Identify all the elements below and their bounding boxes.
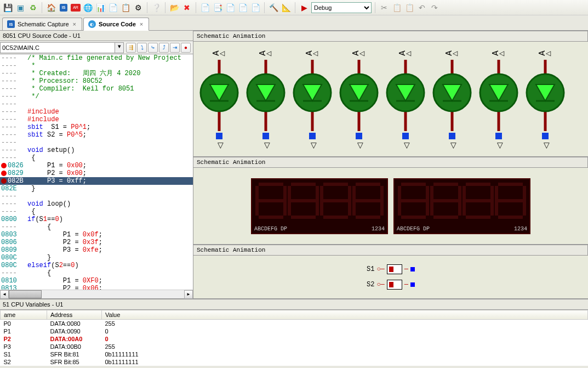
code-line[interactable]: ---- */ [0,93,193,100]
led-icon [198,60,241,131]
switch-s2[interactable]: S2 ○—— [367,280,415,290]
code-line[interactable]: 082B P3 = 0xff; [0,177,193,185]
var-row[interactable]: P2DATA:00A00 [1,335,588,343]
ares-icon[interactable]: AR [71,4,81,12]
code-line[interactable]: 080C } [0,254,193,262]
led-icon [291,60,334,131]
isis-tab-icon: IS [7,20,15,28]
led-probe [542,133,549,139]
scroll-right-icon[interactable]: ► [184,290,193,299]
var-row[interactable]: P1DATA:00900 [1,327,588,335]
anim-title-1: Schematic Animation [193,31,588,42]
code-line[interactable]: ---- void setup() [0,146,193,154]
code-line[interactable]: 080C else if(S2==0) [0,262,193,269]
save-icon[interactable]: 💾 [2,2,13,13]
isis-icon[interactable]: IS [58,2,69,13]
file5-icon[interactable]: 📄 [250,2,261,13]
breakpoint-icon[interactable]: ● [181,43,191,53]
config-dropdown[interactable]: Debug [311,2,372,13]
step-out-icon[interactable]: ⤴ [159,43,169,53]
code-line[interactable]: ---- { [0,269,193,277]
code-line[interactable]: ---- /* Main.c file generated by New Pro… [0,54,193,62]
step-into-icon[interactable]: ⤷ [148,43,158,53]
undo-icon[interactable]: ↶ [416,2,427,13]
code-line[interactable]: ---- { [0,154,193,162]
file-dropdown-icon[interactable]: ▾ [115,42,124,53]
file-path-input[interactable] [0,42,115,53]
code-line[interactable]: ---- * Compiler: Keil for 8051 [0,85,193,93]
code-line[interactable]: ---- #include [0,116,193,123]
led-icon [524,60,567,131]
cut-icon[interactable]: ✂ [379,2,390,13]
code-line[interactable]: 0813 P2 = 0x06; [0,285,193,290]
open-icon[interactable]: 📂 [169,2,180,13]
code-line[interactable]: ---- void loop() [0,200,193,208]
code-line[interactable]: 0829 P2 = 0x00; [0,169,193,177]
tab-source[interactable]: ◐ Source Code × [83,18,149,31]
code-line[interactable]: ---- { [0,208,193,216]
main-toolbar: 💾 ▣ ♻ 🏠 IS AR 🌐 📊 📄 📋 ⚙ ❔ 📂 ✖ 📄 📑 📄 📄 📄 … [0,0,588,15]
col-address[interactable]: Address [47,310,102,320]
tab-schematic[interactable]: IS Schematic Capture × [2,18,82,30]
chart-icon[interactable]: 📊 [95,2,106,13]
gear-icon[interactable]: ⚙ [133,2,144,13]
code-line[interactable]: ---- #include [0,108,193,116]
doc-icon[interactable]: 📄 [107,2,118,13]
build-icon[interactable]: 🔨 [268,2,279,13]
paste-icon[interactable]: 📋 [404,2,415,13]
help-icon[interactable]: ❔ [151,2,162,13]
step-over-icon[interactable]: ⤵ [137,43,147,53]
wizard-icon[interactable]: 🌐 [82,2,93,13]
code-line[interactable]: 0809 P3 = 0xfe; [0,246,193,254]
code-line[interactable]: ---- * Processor: 80C52 [0,77,193,85]
code-line[interactable]: 0806 P2 = 0x3f; [0,239,193,246]
file4-icon[interactable]: 📄 [237,2,248,13]
code-line[interactable]: ---- { [0,223,193,231]
code-line[interactable]: ---- [0,100,193,108]
switch-s1[interactable]: S1 ○—— [367,264,415,274]
copy-file-icon[interactable]: 📑 [212,2,223,13]
anim-title-2: Schematic Animation [193,157,588,168]
source-panel-title: 8051 CPU Source Code - U1 [0,31,193,41]
config-icon[interactable]: 📐 [281,2,292,13]
code-line[interactable]: ---- sbit S2 = P0^5; [0,131,193,139]
led-probe [216,133,222,139]
refresh-icon[interactable]: ♻ [27,2,38,13]
var-row[interactable]: S2SFR Bit:850b11111111 [1,358,588,366]
led-icon [477,60,520,131]
copy-icon[interactable]: 📋 [391,2,402,13]
save-all-icon[interactable]: ▣ [15,2,26,13]
redo-icon[interactable]: ↷ [429,2,440,13]
new-file-icon[interactable]: 📄 [199,2,210,13]
scroll-left-icon[interactable]: ◄ [0,290,9,299]
code-line[interactable]: 0826 P1 = 0x00; [0,162,193,169]
col-value[interactable]: Value [102,310,588,320]
code-line[interactable]: 082E } [0,185,193,193]
var-row[interactable]: P0DATA:0080255 [1,320,588,328]
report-icon[interactable]: 📋 [120,2,131,13]
run-to-icon[interactable]: ⇥ [170,43,180,53]
code-line[interactable]: 0810 P1 = 0XF0; [0,277,193,285]
scroll-thumb[interactable] [9,290,42,298]
h-scrollbar[interactable]: ◄ ► [0,290,193,298]
code-line[interactable]: ---- [0,139,193,146]
close-tab-icon[interactable]: × [139,21,144,27]
debug-icon[interactable]: ▶ [299,2,310,13]
code-line[interactable]: ---- sbit S1 = P0^1; [0,123,193,131]
col-name[interactable]: ame [1,310,47,320]
code-line[interactable]: ---- [0,193,193,200]
code-line[interactable]: ---- * Created: 周四 六月 4 2020 [0,70,193,77]
delete-icon[interactable]: ✖ [181,2,192,13]
run-icon[interactable]: ⇶ [126,43,136,53]
code-line[interactable]: 0800 if(S1==0) [0,216,193,223]
led-probe [356,133,362,139]
var-row[interactable]: S1SFR Bit:810b11111111 [1,350,588,358]
file3-icon[interactable]: 📄 [225,2,236,13]
close-tab-icon[interactable]: × [72,21,77,27]
code-line[interactable]: ---- * [0,62,193,70]
home-icon[interactable]: 🏠 [45,2,56,13]
code-line[interactable]: 0803 P1 = 0x0f; [0,231,193,239]
code-editor[interactable]: ---- /* Main.c file generated by New Pro… [0,54,193,290]
var-row[interactable]: P3DATA:00B0255 [1,343,588,350]
led-component: A◁ ◁ [384,48,427,150]
